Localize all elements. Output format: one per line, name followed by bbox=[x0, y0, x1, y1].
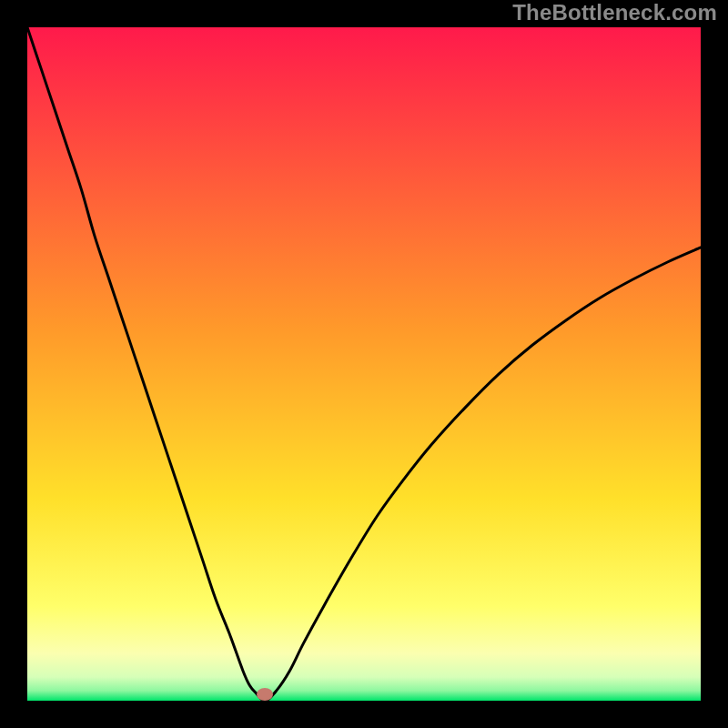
plot-area bbox=[27, 27, 701, 701]
chart-frame: TheBottleneck.com bbox=[0, 0, 728, 728]
watermark-text: TheBottleneck.com bbox=[512, 0, 717, 25]
optimal-point-marker bbox=[257, 688, 273, 701]
bottleneck-curve bbox=[27, 27, 701, 701]
